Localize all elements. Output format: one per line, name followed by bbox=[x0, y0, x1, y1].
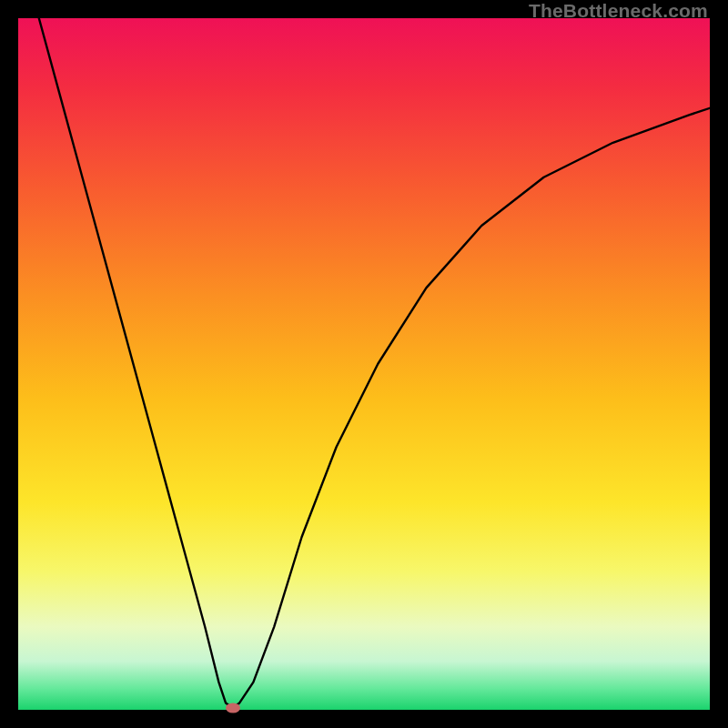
chart-frame bbox=[18, 18, 710, 710]
chart-background bbox=[18, 18, 710, 710]
chart-svg bbox=[18, 18, 710, 710]
min-point-marker bbox=[226, 703, 240, 713]
